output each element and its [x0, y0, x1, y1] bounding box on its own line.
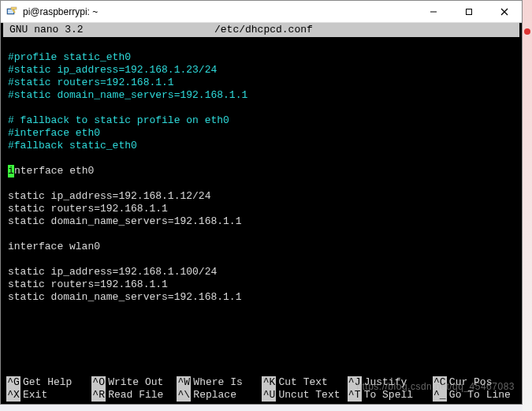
editor-line [8, 253, 515, 266]
shortcut-key: ^G [6, 376, 20, 389]
shortcut-key: ^R [91, 389, 106, 402]
editor-line: static domain_name_servers=192.168.1.1 [8, 291, 515, 304]
shortcut-key: ^O [91, 376, 106, 389]
editor-line: static ip_address=192.168.1.100/24 [8, 266, 515, 278]
svg-rect-2 [11, 7, 17, 9]
shortcut-key: ^W [177, 376, 191, 389]
shortcut-item: ^OWrite Out [91, 376, 175, 389]
editor-line [8, 152, 515, 165]
shortcut-label: Cur Pos [449, 376, 493, 389]
editor-line: #static routers=192.168.1.1 [8, 77, 515, 89]
shortcut-key: ^\ [177, 389, 191, 402]
close-button[interactable] [486, 1, 522, 22]
shortcut-key: ^C [433, 376, 447, 389]
shortcut-key: ^U [262, 389, 276, 402]
shortcut-item: ^JJustify [348, 376, 431, 389]
shortcut-label: Cut Text [278, 376, 327, 389]
editor-line [8, 177, 515, 190]
notification-dot-icon [524, 28, 530, 35]
shortcut-key: ^K [262, 376, 276, 389]
shortcut-item: ^KCut Text [262, 376, 345, 389]
shortcut-item: ^TTo Spell [348, 389, 431, 402]
shortcut-key: ^T [348, 389, 362, 402]
shortcut-label: Where Is [193, 376, 242, 389]
editor-line [8, 228, 515, 241]
terminal-window: pi@raspberrypi: ~ GNU nano 3.2 /etc/dhcp… [0, 0, 523, 405]
shortcut-label: Read File [108, 389, 163, 402]
nano-file-path: /etc/dhcpcd.conf [214, 24, 313, 36]
shortcut-label: To Spell [364, 389, 413, 402]
shortcut-item: ^XExit [6, 389, 90, 402]
window-controls [415, 1, 522, 22]
editor-line: # fallback to static profile on eth0 [8, 114, 515, 127]
shortcut-item: ^CCur Pos [433, 376, 516, 389]
editor-line: static routers=192.168.1.1 [8, 278, 515, 291]
maximize-button[interactable] [451, 1, 486, 22]
shortcut-key: ^_ [433, 389, 447, 402]
text-cursor: i [8, 165, 14, 177]
shortcut-item: ^\Replace [177, 389, 260, 402]
editor-line: static domain_name_servers=192.168.1.1 [8, 215, 515, 228]
titlebar[interactable]: pi@raspberrypi: ~ [1, 1, 522, 23]
nano-app-label: GNU nano 3.2 [9, 24, 214, 36]
page-side-strip [523, 0, 532, 411]
shortcut-item: ^GGet Help [6, 376, 90, 389]
terminal-area[interactable]: GNU nano 3.2 /etc/dhcpcd.conf #profile s… [1, 23, 522, 404]
shortcut-label: Justify [364, 376, 407, 389]
editor-line: #interface eth0 [8, 127, 515, 140]
editor-line: #profile static_eth0 [8, 51, 515, 64]
editor-line: #static ip_address=192.168.1.23/24 [8, 64, 515, 77]
shortcut-key: ^X [6, 389, 20, 402]
editor-line: static ip_address=192.168.1.12/24 [8, 190, 515, 203]
shortcut-label: Write Out [108, 376, 163, 389]
nano-shortcut-bar: ^GGet Help^OWrite Out^WWhere Is^KCut Tex… [3, 376, 519, 404]
window-title: pi@raspberrypi: ~ [23, 6, 98, 17]
editor-line: interface wlan0 [8, 241, 515, 253]
editor-line [8, 39, 515, 51]
editor-line: interface eth0 [8, 165, 515, 177]
editor-content[interactable]: #profile static_eth0#static ip_address=1… [3, 37, 519, 376]
editor-line: static routers=192.168.1.1 [8, 203, 515, 215]
shortcut-item: ^_Go To Line [433, 389, 516, 402]
editor-line [8, 102, 515, 114]
shortcut-label: Go To Line [449, 389, 511, 402]
svg-rect-5 [466, 9, 471, 14]
editor-line: #static domain_name_servers=192.168.1.1 [8, 89, 515, 102]
minimize-button[interactable] [415, 1, 451, 22]
shortcut-label: Uncut Text [278, 389, 340, 402]
shortcut-item: ^WWhere Is [177, 376, 260, 389]
shortcut-key: ^J [348, 376, 362, 389]
shortcut-label: Get Help [23, 376, 72, 389]
editor-line: #fallback static_eth0 [8, 140, 515, 152]
shortcut-label: Exit [23, 389, 47, 402]
shortcut-item: ^RRead File [91, 389, 175, 402]
nano-header: GNU nano 3.2 /etc/dhcpcd.conf [3, 23, 519, 37]
shortcut-label: Replace [193, 389, 236, 402]
shortcut-item: ^UUncut Text [262, 389, 345, 402]
putty-icon [6, 6, 18, 18]
